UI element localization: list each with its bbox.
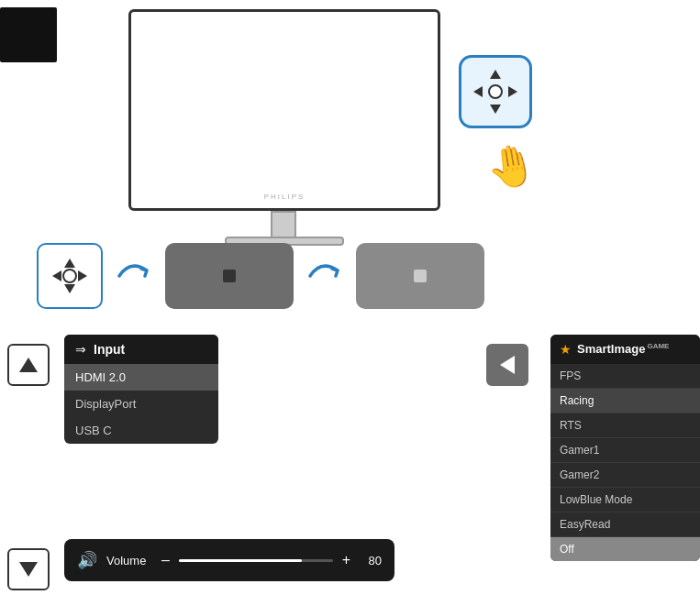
input-item-usbc[interactable]: USB C [64,417,218,444]
step-arrow-1 [112,256,156,296]
volume-track[interactable] [179,559,333,562]
volume-minus-icon: – [161,552,170,568]
volume-down-button[interactable] [7,548,50,590]
step1-arrow-up [64,259,75,268]
nav-cross-icon [472,69,518,115]
volume-fill [179,559,302,562]
nav-arrow-right [508,86,517,97]
down-arrow-icon [19,562,38,577]
step-arrow-2 [303,256,347,296]
input-menu-title: Input [94,342,125,357]
nav-arrow-down [490,105,501,114]
game-badge: GAME [647,342,669,350]
smart-image-menu: ★ SmartImageGAME FPS Racing RTS Gamer1 G… [550,335,700,561]
back-button[interactable] [486,344,528,386]
smart-menu-header: ★ SmartImageGAME [550,335,700,364]
step1-arrow-right [78,270,87,281]
hand-pointer-icon: 🤚 [483,138,540,194]
volume-plus-icon: + [342,552,350,568]
menu-up-button[interactable] [7,344,50,386]
black-corner-rect [0,7,57,62]
step1-arrow-down [64,284,75,293]
volume-value: 80 [360,554,382,567]
volume-label: Volume [106,554,152,567]
input-item-displayport[interactable]: DisplayPort [64,391,218,417]
up-arrow-icon [19,358,38,372]
smart-item-racing[interactable]: Racing [550,389,700,413]
monitor-brand: PHILIPS [264,193,306,201]
step3-dot [414,270,427,282]
input-icon: ⇒ [75,342,86,357]
smart-item-easyread[interactable]: EasyRead [550,512,700,537]
steps-row [37,243,661,309]
back-arrow-icon [500,356,515,374]
step3-box [356,243,484,309]
monitor-frame: PHILIPS [128,9,440,211]
smart-menu-title: SmartImageGAME [577,342,669,356]
smart-item-off[interactable]: Off [550,537,700,561]
smart-item-lowblue[interactable]: LowBlue Mode [550,488,700,512]
input-menu: ⇒ Input HDMI 2.0 DisplayPort USB C [64,335,218,444]
step2-box [165,243,294,309]
input-menu-header: ⇒ Input [64,335,218,364]
nav-arrow-left [473,86,483,97]
step1-nav-cross [51,258,88,294]
input-item-hdmi[interactable]: HDMI 2.0 [64,364,218,391]
step1-center-circle [62,269,77,283]
smart-item-gamer1[interactable]: Gamer1 [550,438,700,463]
smart-item-rts[interactable]: RTS [550,413,700,438]
nav-center-circle [488,84,503,99]
step1-arrow-left [52,270,61,281]
speaker-icon: 🔊 [77,550,97,570]
smart-item-fps[interactable]: FPS [550,364,700,389]
monitor-illustration: PHILIPS [128,9,468,248]
monitor-neck [271,211,296,238]
step2-dot [223,270,236,282]
nav-arrow-up [490,70,501,79]
star-icon: ★ [560,342,572,357]
step1-icon-btn[interactable] [37,243,103,309]
volume-bar: 🔊 Volume – + 80 [64,539,394,581]
smart-item-gamer2[interactable]: Gamer2 [550,463,700,488]
nav-icon-box [459,55,532,128]
